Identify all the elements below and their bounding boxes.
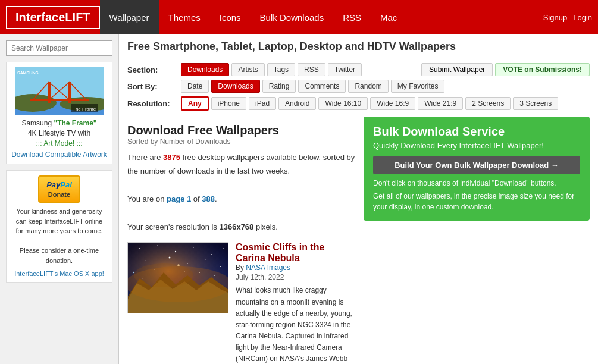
- bulk-note: Don't click on thousands of individual "…: [373, 179, 580, 187]
- bulk-download-box: Bulk Download Service Quickly Download E…: [364, 117, 590, 221]
- wallpaper-description: What looks much like craggy mountains on…: [236, 285, 355, 364]
- res-android[interactable]: Android: [278, 97, 316, 110]
- wallpaper-author-name[interactable]: NASA Images: [246, 263, 290, 272]
- section-tags[interactable]: Tags: [267, 63, 295, 76]
- page-current: page 1: [167, 194, 191, 203]
- res-wide1610[interactable]: Wide 16:10: [318, 97, 368, 110]
- main-wrapper: SAMSUNG The Frame Samsung "The Frame" 4K…: [0, 34, 598, 364]
- res-ipad[interactable]: iPad: [249, 97, 276, 110]
- section-artists[interactable]: Artists: [231, 63, 264, 76]
- section-row: Section: Downloads Artists Tags RSS Twit…: [127, 63, 590, 76]
- nav-bulk-downloads[interactable]: Bulk Downloads: [251, 0, 334, 34]
- right-column: Bulk Download Service Quickly Download E…: [364, 117, 590, 364]
- sidebar-ad-link[interactable]: Download Compatible Artwork: [11, 150, 107, 159]
- header-right: Signup Login: [543, 13, 592, 22]
- logo[interactable]: InterfaceLIFT: [6, 6, 100, 29]
- sort-random[interactable]: Random: [348, 80, 388, 93]
- sidebar: SAMSUNG The Frame Samsung "The Frame" 4K…: [0, 34, 119, 364]
- svg-point-16: [139, 248, 140, 249]
- download-title: Download Free Wallpapers: [127, 124, 355, 137]
- sidebar-ad: SAMSUNG The Frame Samsung "The Frame" 4K…: [6, 62, 112, 164]
- screen-resolution: 1366x768: [219, 222, 253, 231]
- res-wide169[interactable]: Wide 16:9: [370, 97, 415, 110]
- section-label: Section:: [127, 65, 175, 74]
- wallpaper-count: 3875: [163, 153, 180, 162]
- paypal-text: Your kindness and generosity can keep In…: [11, 206, 107, 265]
- svg-text:SAMSUNG: SAMSUNG: [17, 71, 39, 75]
- wallpaper-entry: Cosmic Cliffs in the Carina Nebula By NA…: [127, 242, 355, 364]
- wallpaper-author: By NASA Images: [236, 263, 355, 272]
- nav-mac[interactable]: Mac: [371, 0, 406, 34]
- download-header: Download Free Wallpapers Sorted by Numbe…: [127, 124, 355, 146]
- svg-point-19: [193, 247, 193, 248]
- section-rss[interactable]: RSS: [298, 63, 325, 76]
- svg-point-22: [145, 261, 146, 261]
- paypal-button[interactable]: PayPal Donate: [38, 175, 80, 203]
- nav-wallpaper[interactable]: Wallpaper: [100, 0, 159, 34]
- svg-point-38: [134, 263, 193, 287]
- bulk-title: Bulk Download Service: [373, 125, 580, 139]
- sort-comments[interactable]: Comments: [298, 80, 346, 93]
- download-info: There are 3875 free desktop wallpapers a…: [127, 150, 355, 234]
- download-subtitle: Sorted by Number of Downloads: [127, 137, 355, 146]
- sort-label: Sort By:: [127, 82, 175, 91]
- svg-point-24: [187, 263, 188, 265]
- login-link[interactable]: Login: [573, 13, 592, 22]
- nav-icons[interactable]: Icons: [210, 0, 251, 34]
- macosx-link[interactable]: InterfaceLIFT's Mac OS X app!: [11, 270, 107, 277]
- wallpaper-date: July 12th, 2022: [236, 273, 355, 281]
- section-downloads[interactable]: Downloads: [181, 63, 229, 76]
- sort-date[interactable]: Date: [181, 80, 209, 93]
- wallpaper-thumbnail[interactable]: [127, 242, 228, 313]
- sort-rating[interactable]: Rating: [262, 80, 296, 93]
- svg-point-23: [169, 257, 171, 259]
- bulk-cta-button[interactable]: Build Your Own Bulk Wallpaper Download →: [373, 156, 580, 174]
- bulk-subtitle: Quickly Download Every InterfaceLIFT Wal…: [373, 141, 580, 150]
- wallpaper-info: Cosmic Cliffs in the Carina Nebula By NA…: [236, 242, 355, 364]
- resolution-row: Resolution: Any iPhone iPad Android Wide…: [127, 96, 590, 111]
- sidebar-ad-image: SAMSUNG The Frame: [15, 67, 104, 115]
- sidebar-ad-mode: ::: Art Mode! :::: [36, 139, 82, 148]
- res-3screens[interactable]: 3 Screens: [513, 97, 558, 110]
- svg-rect-10: [30, 99, 89, 101]
- submit-wallpaper-button[interactable]: Submit Wallpaper: [421, 63, 493, 76]
- nav-themes[interactable]: Themes: [159, 0, 210, 34]
- res-2screens[interactable]: 2 Screens: [465, 97, 511, 110]
- sort-downloads[interactable]: Downloads: [211, 80, 259, 93]
- paypal-box: PayPal Donate Your kindness and generosi…: [6, 170, 112, 283]
- sidebar-ad-name: "The Frame": [54, 119, 96, 127]
- page-title: Free Smartphone, Tablet, Laptop, Desktop…: [127, 40, 590, 53]
- res-any[interactable]: Any: [181, 96, 209, 111]
- svg-point-21: [223, 249, 224, 250]
- svg-point-26: [220, 266, 221, 267]
- bulk-desc: Get all of our wallpapers, in the precis…: [373, 191, 580, 212]
- svg-point-18: [175, 251, 176, 252]
- resolution-label: Resolution:: [127, 99, 175, 108]
- res-iphone[interactable]: iPhone: [211, 97, 246, 110]
- nav-rss[interactable]: RSS: [333, 0, 371, 34]
- svg-point-27: [133, 272, 134, 273]
- sort-row: Sort By: Date Downloads Rating Comments …: [127, 80, 590, 93]
- two-col-layout: Download Free Wallpapers Sorted by Numbe…: [127, 117, 590, 364]
- sidebar-ad-text: Samsung "The Frame" 4K Lifestyle TV with…: [11, 118, 107, 148]
- sort-favorites[interactable]: My Favorites: [391, 80, 445, 93]
- res-wide219[interactable]: Wide 21:9: [418, 97, 463, 110]
- page-total: 388: [202, 194, 215, 203]
- vote-submissions-button[interactable]: VOTE on Submissions!: [495, 63, 590, 76]
- svg-text:The Frame: The Frame: [73, 106, 96, 112]
- wallpaper-title[interactable]: Cosmic Cliffs in the Carina Nebula: [236, 242, 355, 263]
- left-column: Download Free Wallpapers Sorted by Numbe…: [127, 117, 355, 364]
- sidebar-ad-desc: 4K Lifestyle TV with: [28, 129, 90, 137]
- nav: Wallpaper Themes Icons Bulk Downloads RS…: [100, 0, 407, 34]
- svg-point-17: [157, 246, 158, 247]
- search-input[interactable]: [6, 40, 112, 56]
- signup-link[interactable]: Signup: [543, 13, 567, 22]
- section-twitter[interactable]: Twitter: [328, 63, 362, 76]
- svg-point-25: [205, 259, 205, 260]
- header: InterfaceLIFT Wallpaper Themes Icons Bul…: [0, 0, 598, 34]
- content: Free Smartphone, Tablet, Laptop, Desktop…: [119, 34, 598, 364]
- svg-point-20: [211, 254, 212, 255]
